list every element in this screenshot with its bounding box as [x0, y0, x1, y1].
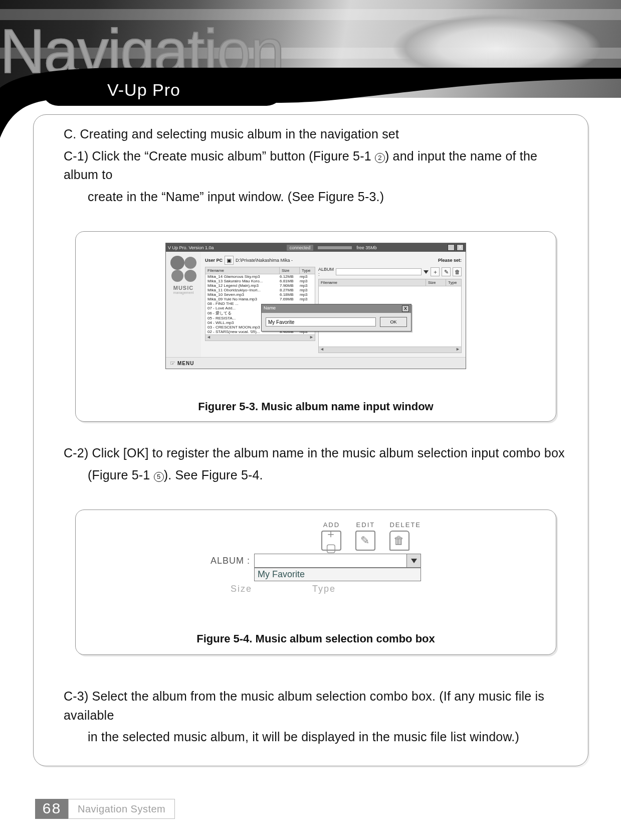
col-type: Type [300, 267, 315, 274]
delete-icon[interactable]: 🗑 [453, 267, 462, 276]
hero-car-silhouette [340, 5, 601, 90]
col-filename: Filename [319, 279, 426, 286]
file-row[interactable]: Mika_11 Oboridzukiyo~Inori...8.27MBmp3 [205, 288, 315, 292]
dropdown-arrow-icon[interactable] [406, 554, 421, 567]
album-label: ALBUM : [211, 556, 250, 566]
add-icon: ＋▢ [321, 531, 341, 551]
combo-under-labels: Size Type [211, 584, 421, 594]
hand-icon: ☞ [170, 360, 175, 367]
figure-5-4-frame: ADD ＋▢ EDIT ✎ DELETE 🗑 ALBUM : [75, 510, 556, 655]
h-scrollbar[interactable] [319, 347, 461, 353]
file-row[interactable]: Mika_13 Sakurairo Mau Koro...6.81MBmp3 [205, 279, 315, 283]
col-type-ghost: Type [312, 584, 336, 594]
file-row[interactable]: Mika_10 Seven.mp36.18MBmp3 [205, 292, 315, 297]
folder-icon[interactable]: ▣ [225, 256, 234, 265]
dialog-title-text: Name [264, 305, 276, 312]
status-connected: connected [287, 245, 314, 251]
please-set-label: Please set: [438, 258, 462, 263]
sidebar-mgmt-label: management [173, 291, 194, 294]
app-window: V Up Pro. Version 1.0a connected free 35… [165, 243, 466, 369]
tool-delete[interactable]: DELETE 🗑 [389, 521, 421, 551]
menu-label: MENU [177, 361, 194, 366]
step-c3-line1: C-3) Select the album from the music alb… [64, 687, 568, 725]
document-page: Navigation V-Up Pro C. Creating and sele… [0, 0, 621, 840]
close-button[interactable]: X [457, 244, 464, 251]
progress-bar [317, 246, 352, 250]
app-menu-bar[interactable]: ☞ MENU [166, 357, 466, 369]
circled-ref-5: 5 [154, 472, 164, 482]
user-pc-label: User PC [205, 258, 223, 263]
album-label: ALBUM : [318, 267, 334, 277]
sidebar-music-label: MUSIC [173, 285, 193, 291]
col-type: Type [446, 279, 461, 286]
step-c1-line1: C-1) Click the “Create music album” butt… [64, 147, 568, 185]
circled-ref-2: 2 [375, 153, 385, 163]
page-footer: 68 Navigation System [35, 799, 175, 819]
trash-icon: 🗑 [389, 531, 409, 551]
dialog-titlebar: Name X [262, 304, 411, 313]
pane-header: Filename Size Type [205, 267, 315, 274]
app-toolbar: User PC ▣ D:\Private\Nakashima Mika - Pl… [205, 256, 462, 265]
dialog-close-button[interactable]: X [402, 305, 409, 312]
tool-edit-label: EDIT [355, 521, 375, 529]
figure-5-4-caption: Figure 5-4. Music album selection combo … [76, 632, 556, 645]
album-name-input[interactable] [266, 317, 376, 326]
app-title-text: V Up Pro. Version 1.0a [168, 245, 214, 250]
dropdown-arrow-icon[interactable] [424, 270, 429, 274]
tool-delete-label: DELETE [389, 521, 421, 529]
figure-5-3-caption: Figurer 5-3. Music album name input wind… [76, 400, 556, 413]
combo-mock: ADD ＋▢ EDIT ✎ DELETE 🗑 ALBUM : [211, 521, 421, 594]
text: C-1) Click the “Create music album” butt… [64, 149, 375, 163]
text: ). See Figure 5-4. [164, 468, 263, 482]
content-card: C. Creating and selecting music album in… [33, 114, 588, 766]
page-number: 68 [35, 799, 68, 819]
add-icon[interactable]: ＋ [431, 267, 440, 276]
free-space: free 35Mb [356, 245, 377, 250]
file-row[interactable]: Mika_09 Yuki No Hana.mp37.69MBmp3 [205, 297, 315, 301]
app-body: MUSIC management User PC ▣ D:\Private\Na… [166, 252, 466, 357]
step-c1-line2: create in the “Name” input window. (See … [88, 188, 568, 207]
tool-edit[interactable]: EDIT ✎ [355, 521, 375, 551]
col-size: Size [280, 267, 300, 274]
section-pill: V-Up Pro [42, 74, 283, 106]
edit-icon: ✎ [355, 531, 375, 551]
file-row[interactable]: Mika_14 Glamorous Sky.mp36.12MBmp3 [205, 274, 315, 279]
figure-5-3-frame: V Up Pro. Version 1.0a connected free 35… [75, 231, 556, 422]
section-pill-text: V-Up Pro [107, 80, 180, 100]
app-titlebar: V Up Pro. Version 1.0a connected free 35… [166, 243, 466, 252]
ok-button[interactable]: OK [380, 317, 407, 327]
album-combo[interactable]: My Favorite [254, 554, 421, 568]
path-text: D:\Private\Nakashima Mika - [236, 258, 293, 263]
edit-icon[interactable]: ✎ [442, 267, 451, 276]
name-dialog: Name X OK [261, 304, 411, 331]
combo-dropdown[interactable]: My Favorite [254, 568, 421, 581]
album-combo-row: ALBUM : ＋ ✎ 🗑 [318, 267, 462, 277]
h-scrollbar[interactable] [205, 334, 315, 341]
col-filename: Filename [205, 267, 280, 274]
col-size-ghost: Size [231, 584, 252, 594]
tool-add[interactable]: ADD ＋▢ [321, 521, 341, 551]
pane-header: Filename Size Type [319, 279, 461, 286]
hero-title: Navigation [0, 20, 284, 82]
step-c3-line2: in the selected music album, it will be … [88, 728, 568, 747]
file-row[interactable]: Mika_12 Legend (Main).mp37.90MBmp3 [205, 283, 315, 288]
step-c2-line1: C-2) Click [OK] to register the album na… [64, 444, 568, 463]
minimize-button[interactable]: _ [448, 244, 455, 251]
app-sidebar: MUSIC management [166, 252, 201, 357]
page-footer-label: Navigation System [68, 799, 175, 819]
text: (Figure 5-1 [88, 468, 154, 482]
step-c-heading: C. Creating and selecting music album in… [64, 125, 568, 144]
combo-tool-icons: ADD ＋▢ EDIT ✎ DELETE 🗑 [211, 521, 421, 551]
app-logo [169, 255, 197, 283]
app-main: User PC ▣ D:\Private\Nakashima Mika - Pl… [201, 252, 466, 357]
col-size: Size [426, 279, 446, 286]
step-c2-line2: (Figure 5-1 5). See Figure 5-4. [88, 466, 568, 485]
album-combo-input[interactable] [336, 268, 422, 275]
combo-option[interactable]: My Favorite [255, 568, 421, 581]
